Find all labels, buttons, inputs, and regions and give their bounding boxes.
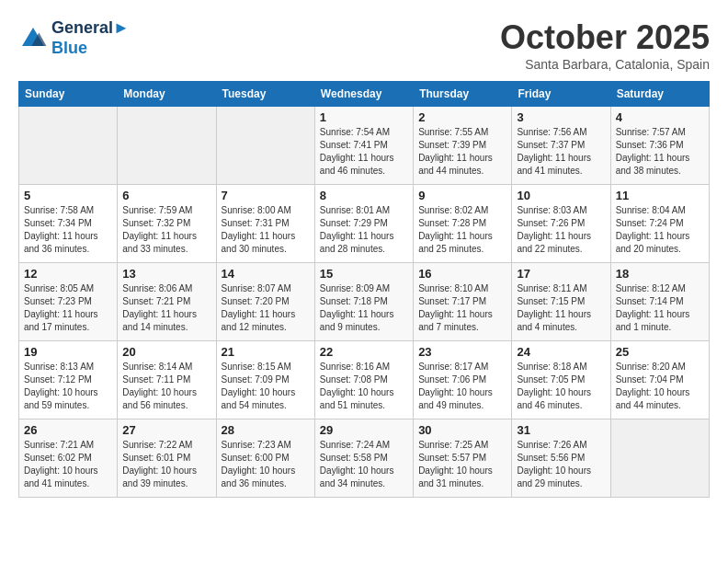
day-number: 10 xyxy=(517,189,605,202)
day-number: 17 xyxy=(517,267,605,281)
day-info: Sunrise: 8:01 AM Sunset: 7:29 PM Dayligh… xyxy=(320,204,408,256)
day-info: Sunrise: 8:00 AM Sunset: 7:31 PM Dayligh… xyxy=(222,204,310,256)
calendar-cell: 31Sunrise: 7:26 AM Sunset: 5:56 PM Dayli… xyxy=(512,419,610,498)
day-number: 9 xyxy=(418,189,506,202)
day-info: Sunrise: 7:25 AM Sunset: 5:57 PM Dayligh… xyxy=(418,439,506,490)
day-number: 15 xyxy=(320,267,408,281)
calendar-week-row: 12Sunrise: 8:05 AM Sunset: 7:23 PM Dayli… xyxy=(19,263,710,341)
calendar-week-row: 5Sunrise: 7:58 AM Sunset: 7:34 PM Daylig… xyxy=(19,185,710,263)
day-info: Sunrise: 8:09 AM Sunset: 7:18 PM Dayligh… xyxy=(320,282,408,334)
day-number: 2 xyxy=(418,110,506,124)
calendar-cell: 23Sunrise: 8:17 AM Sunset: 7:06 PM Dayli… xyxy=(414,341,512,419)
day-info: Sunrise: 8:15 AM Sunset: 7:09 PM Dayligh… xyxy=(222,361,310,412)
day-number: 16 xyxy=(418,267,506,281)
logo: General► Blue xyxy=(18,18,130,58)
day-number: 6 xyxy=(122,189,210,202)
day-number: 4 xyxy=(616,110,704,124)
day-number: 8 xyxy=(320,189,408,202)
day-number: 22 xyxy=(320,345,408,359)
calendar-cell xyxy=(610,419,709,498)
day-of-week-header: Friday xyxy=(512,82,610,107)
day-of-week-header: Tuesday xyxy=(216,82,314,107)
calendar-cell: 21Sunrise: 8:15 AM Sunset: 7:09 PM Dayli… xyxy=(216,341,314,419)
day-of-week-header: Saturday xyxy=(610,82,709,107)
calendar-cell: 13Sunrise: 8:06 AM Sunset: 7:21 PM Dayli… xyxy=(118,263,216,341)
page-header: General► Blue October 2025 Santa Barbara… xyxy=(18,18,710,72)
day-info: Sunrise: 7:54 AM Sunset: 7:41 PM Dayligh… xyxy=(320,126,408,178)
day-info: Sunrise: 8:13 AM Sunset: 7:12 PM Dayligh… xyxy=(24,361,112,412)
calendar-cell: 4Sunrise: 7:57 AM Sunset: 7:36 PM Daylig… xyxy=(610,107,709,185)
calendar-cell: 19Sunrise: 8:13 AM Sunset: 7:12 PM Dayli… xyxy=(19,341,118,419)
calendar-cell: 6Sunrise: 7:59 AM Sunset: 7:32 PM Daylig… xyxy=(118,185,216,263)
day-number: 26 xyxy=(24,423,112,437)
calendar-cell: 14Sunrise: 8:07 AM Sunset: 7:20 PM Dayli… xyxy=(216,263,314,341)
day-info: Sunrise: 8:12 AM Sunset: 7:14 PM Dayligh… xyxy=(616,282,704,334)
calendar-cell: 16Sunrise: 8:10 AM Sunset: 7:17 PM Dayli… xyxy=(414,263,512,341)
day-info: Sunrise: 8:17 AM Sunset: 7:06 PM Dayligh… xyxy=(418,361,506,412)
day-info: Sunrise: 7:55 AM Sunset: 7:39 PM Dayligh… xyxy=(418,126,506,178)
day-number: 25 xyxy=(616,345,704,359)
calendar-body: 1Sunrise: 7:54 AM Sunset: 7:41 PM Daylig… xyxy=(19,107,710,498)
day-info: Sunrise: 7:21 AM Sunset: 6:02 PM Dayligh… xyxy=(24,439,112,490)
calendar-table: SundayMondayTuesdayWednesdayThursdayFrid… xyxy=(18,81,710,498)
day-info: Sunrise: 8:14 AM Sunset: 7:11 PM Dayligh… xyxy=(122,361,210,412)
calendar-cell: 15Sunrise: 8:09 AM Sunset: 7:18 PM Dayli… xyxy=(314,263,413,341)
calendar-cell: 18Sunrise: 8:12 AM Sunset: 7:14 PM Dayli… xyxy=(610,263,709,341)
day-number: 5 xyxy=(24,189,112,202)
calendar-cell xyxy=(118,107,216,185)
day-info: Sunrise: 7:22 AM Sunset: 6:01 PM Dayligh… xyxy=(122,439,210,490)
day-info: Sunrise: 7:24 AM Sunset: 5:58 PM Dayligh… xyxy=(320,439,408,490)
day-info: Sunrise: 8:06 AM Sunset: 7:21 PM Dayligh… xyxy=(122,282,210,334)
day-number: 28 xyxy=(222,423,310,437)
location-subtitle: Santa Barbara, Catalonia, Spain xyxy=(500,57,710,72)
day-number: 7 xyxy=(222,189,310,202)
day-number: 27 xyxy=(122,423,210,437)
day-number: 14 xyxy=(222,267,310,281)
day-info: Sunrise: 8:20 AM Sunset: 7:04 PM Dayligh… xyxy=(616,361,704,412)
calendar-cell: 2Sunrise: 7:55 AM Sunset: 7:39 PM Daylig… xyxy=(414,107,512,185)
day-number: 30 xyxy=(418,423,506,437)
day-info: Sunrise: 8:04 AM Sunset: 7:24 PM Dayligh… xyxy=(616,204,704,256)
calendar-cell: 11Sunrise: 8:04 AM Sunset: 7:24 PM Dayli… xyxy=(610,185,709,263)
day-info: Sunrise: 8:07 AM Sunset: 7:20 PM Dayligh… xyxy=(222,282,310,334)
calendar-cell: 22Sunrise: 8:16 AM Sunset: 7:08 PM Dayli… xyxy=(314,341,413,419)
day-number: 13 xyxy=(122,267,210,281)
day-number: 23 xyxy=(418,345,506,359)
day-info: Sunrise: 8:02 AM Sunset: 7:28 PM Dayligh… xyxy=(418,204,506,256)
calendar-cell: 20Sunrise: 8:14 AM Sunset: 7:11 PM Dayli… xyxy=(118,341,216,419)
day-info: Sunrise: 7:59 AM Sunset: 7:32 PM Dayligh… xyxy=(122,204,210,256)
day-info: Sunrise: 7:57 AM Sunset: 7:36 PM Dayligh… xyxy=(616,126,704,178)
calendar-cell: 3Sunrise: 7:56 AM Sunset: 7:37 PM Daylig… xyxy=(512,107,610,185)
day-of-week-header: Sunday xyxy=(19,82,118,107)
logo-icon xyxy=(18,24,48,53)
calendar-cell: 30Sunrise: 7:25 AM Sunset: 5:57 PM Dayli… xyxy=(414,419,512,498)
day-of-week-header: Wednesday xyxy=(314,82,413,107)
day-number: 31 xyxy=(517,423,605,437)
day-number: 18 xyxy=(616,267,704,281)
calendar-cell: 12Sunrise: 8:05 AM Sunset: 7:23 PM Dayli… xyxy=(19,263,118,341)
calendar-cell: 24Sunrise: 8:18 AM Sunset: 7:05 PM Dayli… xyxy=(512,341,610,419)
day-info: Sunrise: 8:03 AM Sunset: 7:26 PM Dayligh… xyxy=(517,204,605,256)
logo-text: General► Blue xyxy=(51,18,130,58)
calendar-cell: 7Sunrise: 8:00 AM Sunset: 7:31 PM Daylig… xyxy=(216,185,314,263)
calendar-week-row: 19Sunrise: 8:13 AM Sunset: 7:12 PM Dayli… xyxy=(19,341,710,419)
day-number: 1 xyxy=(320,110,408,124)
day-of-week-header: Thursday xyxy=(414,82,512,107)
day-info: Sunrise: 7:26 AM Sunset: 5:56 PM Dayligh… xyxy=(517,439,605,490)
title-area: October 2025 Santa Barbara, Catalonia, S… xyxy=(500,18,710,72)
calendar-header-row: SundayMondayTuesdayWednesdayThursdayFrid… xyxy=(19,82,710,107)
day-info: Sunrise: 8:05 AM Sunset: 7:23 PM Dayligh… xyxy=(24,282,112,334)
calendar-cell: 9Sunrise: 8:02 AM Sunset: 7:28 PM Daylig… xyxy=(414,185,512,263)
day-number: 20 xyxy=(122,345,210,359)
day-number: 12 xyxy=(24,267,112,281)
calendar-cell: 1Sunrise: 7:54 AM Sunset: 7:41 PM Daylig… xyxy=(314,107,413,185)
month-title: October 2025 xyxy=(500,18,710,57)
day-number: 19 xyxy=(24,345,112,359)
day-info: Sunrise: 8:10 AM Sunset: 7:17 PM Dayligh… xyxy=(418,282,506,334)
day-of-week-header: Monday xyxy=(118,82,216,107)
calendar-cell: 5Sunrise: 7:58 AM Sunset: 7:34 PM Daylig… xyxy=(19,185,118,263)
day-number: 3 xyxy=(517,110,605,124)
calendar-cell xyxy=(216,107,314,185)
calendar-cell: 10Sunrise: 8:03 AM Sunset: 7:26 PM Dayli… xyxy=(512,185,610,263)
calendar-week-row: 1Sunrise: 7:54 AM Sunset: 7:41 PM Daylig… xyxy=(19,107,710,185)
